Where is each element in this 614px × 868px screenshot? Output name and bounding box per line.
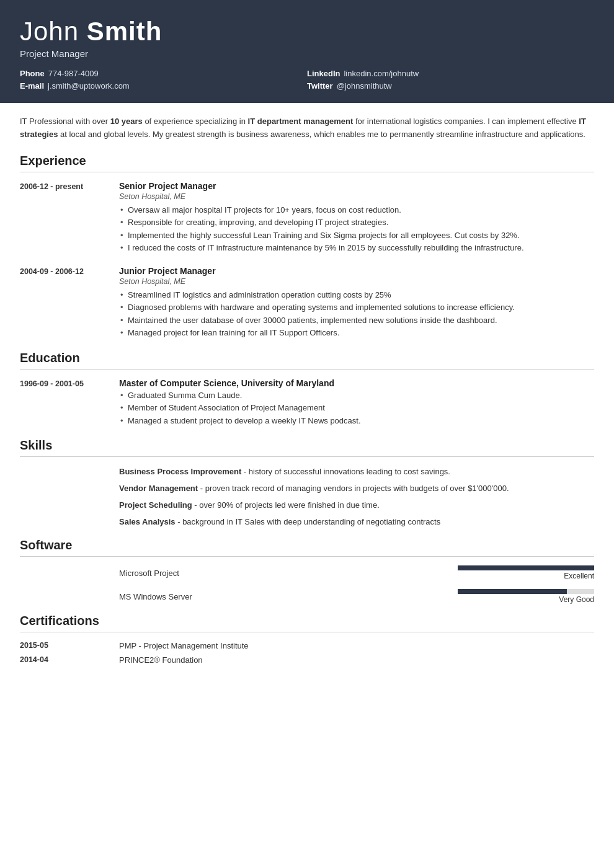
email-value: j.smith@uptowork.com	[48, 81, 130, 91]
software-level-1: Very Good	[458, 595, 594, 604]
bullet: I reduced the costs of IT infrastructure…	[119, 242, 594, 254]
experience-content-0: Senior Project Manager Seton Hospital, M…	[119, 181, 594, 255]
skill-name-2: Project Scheduling	[119, 500, 192, 510]
certifications-heading: Certifications	[20, 614, 594, 632]
skill-name-3: Sales Analysis	[119, 517, 176, 526]
experience-bullets-1: Streamlined IT logistics and administrat…	[119, 289, 594, 339]
education-entry-0: 1996-09 - 2001-05 Master of Computer Sci…	[20, 378, 594, 428]
bullet: Maintained the user database of over 300…	[119, 314, 594, 327]
last-name: Smith	[87, 17, 162, 46]
twitter-label: Twitter	[307, 81, 333, 91]
bullet: Streamlined IT logistics and administrat…	[119, 289, 594, 301]
cert-name-0: PMP - Project Management Institute	[119, 641, 594, 650]
experience-title-0: Senior Project Manager	[119, 181, 594, 191]
contact-phone: Phone 774-987-4009	[20, 69, 307, 78]
contact-twitter: Twitter @johnsmithutw	[307, 81, 594, 91]
bullet: Responsible for creating, improving, and…	[119, 216, 594, 229]
bullet: Oversaw all major hospital IT projects f…	[119, 204, 594, 216]
software-bar-track-1	[458, 589, 594, 594]
skills-heading: Skills	[20, 438, 594, 457]
skill-desc-2: - over 90% of projects led were finished…	[192, 500, 380, 510]
skill-item-2: Project Scheduling - over 90% of project…	[119, 499, 594, 512]
education-content-0: Master of Computer Science, University o…	[119, 378, 594, 428]
linkedin-label: LinkedIn	[307, 69, 340, 78]
contact-linkedin: LinkedIn linkedin.com/johnutw	[307, 69, 594, 78]
resume-body: IT Professional with over 10 years of ex…	[0, 103, 614, 694]
software-bar-track-0	[458, 565, 594, 570]
skill-name-1: Vendor Management	[119, 484, 198, 493]
skill-desc-3: - background in IT Sales with deep under…	[176, 517, 441, 526]
software-name-1: MS Windows Server	[119, 592, 243, 601]
skill-item-1: Vendor Management - proven track record …	[119, 482, 594, 495]
bullet: Graduated Summa Cum Laude.	[119, 389, 594, 402]
experience-section: Experience 2006-12 - present Senior Proj…	[20, 154, 594, 340]
email-label: E-mail	[20, 81, 44, 91]
cert-name-1: PRINCE2® Foundation	[119, 655, 594, 665]
education-date-0: 1996-09 - 2001-05	[20, 378, 119, 428]
skill-item-3: Sales Analysis - background in IT Sales …	[119, 516, 594, 529]
education-title-0: Master of Computer Science, University o…	[119, 378, 594, 388]
phone-value: 774-987-4009	[48, 69, 99, 78]
cert-date-0: 2015-05	[20, 641, 119, 650]
software-level-0: Excellent	[458, 572, 594, 580]
skills-section: Skills Business Process Improvement - hi…	[20, 438, 594, 528]
experience-date-1: 2004-09 - 2006-12	[20, 266, 119, 340]
software-row-0: Microsoft Project Excellent	[119, 565, 594, 580]
skill-name-0: Business Process Improvement	[119, 467, 241, 476]
summary-section: IT Professional with over 10 years of ex…	[20, 115, 594, 141]
software-bar-fill-1	[458, 589, 567, 594]
software-item-1: MS Windows Server Very Good	[119, 589, 594, 604]
linkedin-value: linkedin.com/johnutw	[344, 69, 419, 78]
software-list: Microsoft Project Excellent MS Windows S…	[20, 565, 594, 604]
bullet: Implemented the highly successful Lean T…	[119, 229, 594, 242]
software-bar-container-1: Very Good	[458, 589, 594, 604]
skill-item-0: Business Process Improvement - history o…	[119, 466, 594, 479]
phone-label: Phone	[20, 69, 45, 78]
software-row-1: MS Windows Server Very Good	[119, 589, 594, 604]
candidate-title: Project Manager	[20, 48, 594, 59]
software-name-0: Microsoft Project	[119, 569, 243, 578]
education-heading: Education	[20, 351, 594, 370]
candidate-name: John Smith	[20, 17, 594, 46]
skill-desc-0: - history of successful innovations lead…	[241, 467, 450, 476]
software-item-0: Microsoft Project Excellent	[119, 565, 594, 580]
cert-date-1: 2014-04	[20, 655, 119, 665]
twitter-value: @johnsmithutw	[337, 81, 392, 91]
skills-list: Business Process Improvement - history o…	[20, 466, 594, 528]
contact-email: E-mail j.smith@uptowork.com	[20, 81, 307, 91]
experience-bullets-0: Oversaw all major hospital IT projects f…	[119, 204, 594, 254]
experience-title-1: Junior Project Manager	[119, 266, 594, 276]
certifications-section: Certifications 2015-05 PMP - Project Man…	[20, 614, 594, 665]
cert-entry-0: 2015-05 PMP - Project Management Institu…	[20, 641, 594, 650]
bullet: Member of Student Association of Project…	[119, 402, 594, 414]
experience-heading: Experience	[20, 154, 594, 172]
experience-content-1: Junior Project Manager Seton Hospital, M…	[119, 266, 594, 340]
first-name: John	[20, 17, 79, 46]
software-heading: Software	[20, 538, 594, 557]
cert-entry-1: 2014-04 PRINCE2® Foundation	[20, 655, 594, 665]
experience-org-1: Seton Hospital, ME	[119, 277, 594, 286]
education-bullets-0: Graduated Summa Cum Laude. Member of Stu…	[119, 389, 594, 427]
resume-header: John Smith Project Manager Phone 774-987…	[0, 0, 614, 103]
experience-org-0: Seton Hospital, ME	[119, 192, 594, 201]
bullet: Diagnosed problems with hardware and ope…	[119, 301, 594, 314]
bullet: Managed project for lean training for al…	[119, 327, 594, 339]
software-bar-fill-0	[458, 565, 594, 570]
experience-entry-0: 2006-12 - present Senior Project Manager…	[20, 181, 594, 255]
experience-entry-1: 2004-09 - 2006-12 Junior Project Manager…	[20, 266, 594, 340]
experience-date-0: 2006-12 - present	[20, 181, 119, 255]
software-section: Software Microsoft Project Excellent MS …	[20, 538, 594, 604]
software-bar-container-0: Excellent	[458, 565, 594, 580]
contact-info: Phone 774-987-4009 LinkedIn linkedin.com…	[20, 69, 594, 91]
skill-desc-1: - proven track record of managing vendor…	[198, 484, 509, 493]
education-section: Education 1996-09 - 2001-05 Master of Co…	[20, 351, 594, 428]
bullet: Managed a student project to develop a w…	[119, 415, 594, 427]
